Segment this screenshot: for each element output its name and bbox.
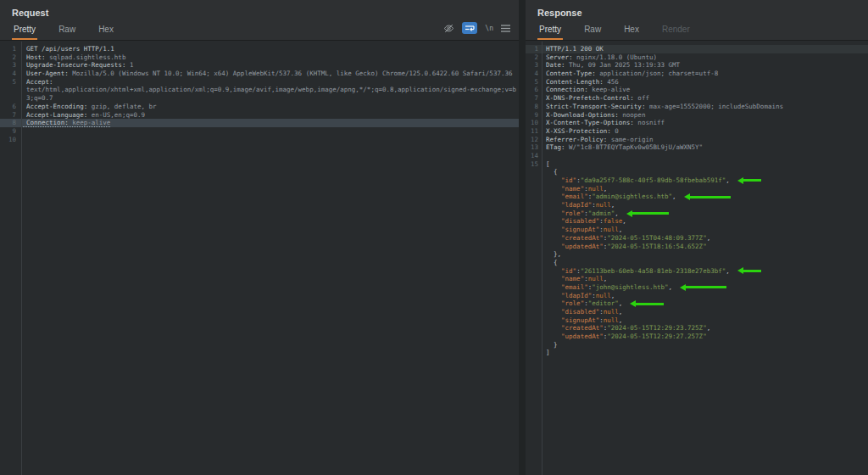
code-line[interactable]: 6Accept-Encoding: gzip, deflate, br [0, 103, 519, 111]
annotation-arrow-icon [680, 284, 726, 291]
code-text: "createdAt":"2024-05-15T12:29:23.725Z", [542, 324, 710, 332]
code-text: "disabled":false, [542, 217, 626, 226]
code-line[interactable]: "role":"editor", [526, 299, 868, 308]
code-line[interactable]: 8Strict-Transport-Security: max-age=1555… [526, 103, 868, 111]
code-line[interactable]: 14 [526, 152, 868, 160]
line-number: 3 [0, 61, 21, 70]
code-line[interactable]: 9 [0, 127, 519, 136]
code-line[interactable]: "updatedAt":"2024-05-15T12:29:27.257Z" [526, 332, 868, 341]
code-line[interactable]: "disabled":false, [526, 217, 868, 226]
code-text: Referrer-Policy: same-origin [542, 136, 653, 144]
code-text: X-Content-Type-Options: nosniff [542, 119, 665, 127]
code-line[interactable]: 3Upgrade-Insecure-Requests: 1 [0, 61, 519, 70]
code-line[interactable]: text/html,application/xhtml+xml,applicat… [0, 86, 519, 94]
code-line[interactable]: 3Date: Thu, 09 Jan 2025 13:19:33 GMT [526, 61, 868, 70]
line-number: 2 [526, 53, 542, 62]
code-line[interactable]: "signupAt":null, [526, 226, 868, 234]
code-line[interactable]: "ldapId":null, [526, 292, 868, 300]
code-line[interactable]: "email":"john@sightless.htb", [526, 283, 868, 292]
code-line[interactable]: 2Server: nginx/1.18.0 (Ubuntu) [526, 53, 868, 62]
code-line[interactable]: "id":"da9a25f7-588c-40f5-89db-58fbebab59… [526, 176, 868, 185]
word-wrap-icon[interactable] [462, 22, 477, 34]
response-header: Response PrettyRawHexRender [526, 0, 868, 41]
code-line[interactable]: { [526, 168, 868, 176]
code-line[interactable]: "name":null, [526, 185, 868, 193]
code-line[interactable]: 4User-Agent: Mozilla/5.0 (Windows NT 10.… [0, 70, 519, 78]
line-number: 11 [526, 127, 542, 136]
tab-pretty[interactable]: Pretty [537, 25, 563, 40]
code-line[interactable]: 6Connection: keep-alive [526, 86, 868, 94]
code-line[interactable]: { [526, 259, 868, 267]
code-text: "id":"26113beb-60eb-4a58-81eb-2318e27eb3… [542, 267, 730, 276]
line-number: 1 [0, 45, 21, 53]
code-line[interactable]: 15[ [526, 160, 868, 169]
code-line[interactable]: "ldapId":null, [526, 201, 868, 210]
code-line[interactable]: 5Accept: [0, 78, 519, 87]
code-text: text/html,application/xhtml+xml,applicat… [21, 86, 516, 94]
code-line[interactable]: "disabled":null, [526, 308, 868, 316]
code-line[interactable]: } [526, 341, 868, 349]
code-line[interactable]: 10 [0, 136, 519, 144]
code-text: }, [542, 250, 561, 259]
code-line[interactable]: 8Connection: keep-alive [0, 119, 519, 127]
code-line[interactable]: "createdAt":"2024-05-15T04:48:09.377Z", [526, 234, 868, 243]
code-text: HTTP/1.1 200 OK [542, 45, 604, 53]
code-line[interactable]: 13ETag: W/"1c8-BT7EQYTapKv0w05BL9jU/aWXN… [526, 143, 868, 152]
code-line[interactable]: 11X-XSS-Protection: 0 [526, 127, 868, 136]
code-line[interactable]: 9X-Download-Options: noopen [526, 111, 868, 120]
line-number: 7 [526, 94, 542, 103]
code-text: Server: nginx/1.18.0 (Ubuntu) [542, 53, 657, 62]
code-line[interactable]: "name":null, [526, 275, 868, 283]
code-text: Date: Thu, 09 Jan 2025 13:19:33 GMT [542, 61, 680, 70]
code-text: Content-Type: application/json; charset=… [542, 70, 718, 78]
code-text: "updatedAt":"2024-05-15T18:16:54.652Z" [542, 243, 707, 251]
request-editor[interactable]: 1GET /api/users HTTP/1.12Host: sqlpad.si… [0, 42, 519, 475]
response-editor[interactable]: 1HTTP/1.1 200 OK2Server: nginx/1.18.0 (U… [526, 42, 868, 475]
tab-raw[interactable]: Raw [57, 25, 77, 40]
code-text: X-XSS-Protection: 0 [542, 127, 619, 136]
code-text: ] [542, 349, 550, 357]
line-number: 10 [526, 119, 542, 127]
line-number: 5 [0, 78, 21, 87]
code-line[interactable]: 2Host: sqlpad.sightless.htb [0, 53, 519, 62]
line-number: 14 [526, 152, 542, 160]
request-tabs: PrettyRawHex [12, 25, 135, 40]
line-number: 12 [526, 136, 542, 144]
request-title: Request [12, 8, 48, 18]
code-line[interactable]: "updatedAt":"2024-05-15T18:16:54.652Z" [526, 243, 868, 251]
code-line[interactable]: "id":"26113beb-60eb-4a58-81eb-2318e27eb3… [526, 267, 868, 276]
code-text: "email":"admin@sightless.htb", [542, 193, 676, 201]
code-line[interactable]: "role":"admin", [526, 210, 868, 218]
tab-hex[interactable]: Hex [622, 25, 641, 40]
code-line[interactable]: 10X-Content-Type-Options: nosniff [526, 119, 868, 127]
code-text: Accept-Encoding: gzip, deflate, br [21, 103, 157, 111]
code-line[interactable]: 1HTTP/1.1 200 OK [526, 45, 868, 53]
code-line[interactable]: 7X-DNS-Prefetch-Control: off [526, 94, 868, 103]
code-line[interactable]: "signupAt":null, [526, 316, 868, 325]
code-line[interactable]: "email":"admin@sightless.htb", [526, 193, 868, 201]
line-number: 6 [526, 86, 542, 94]
code-line[interactable]: 12Referrer-Policy: same-origin [526, 136, 868, 144]
tab-raw[interactable]: Raw [582, 25, 603, 40]
http-message-viewer: Request PrettyRawHex [0, 0, 868, 475]
code-line[interactable]: 5Content-Length: 456 [526, 78, 868, 87]
code-line[interactable]: 3;q=0.7 [0, 94, 519, 103]
code-line[interactable]: "createdAt":"2024-05-15T12:29:23.725Z", [526, 324, 868, 332]
tab-pretty[interactable]: Pretty [12, 25, 37, 40]
eye-off-icon[interactable] [443, 23, 454, 34]
code-text: "signupAt":null, [542, 316, 622, 325]
code-text: } [542, 341, 558, 349]
code-text: GET /api/users HTTP/1.1 [21, 45, 114, 53]
newline-icon[interactable]: \n [485, 25, 493, 32]
menu-icon[interactable] [501, 25, 510, 32]
code-line[interactable]: ] [526, 349, 868, 357]
code-text: X-DNS-Prefetch-Control: off [542, 94, 649, 103]
code-text: "name":null, [542, 275, 607, 283]
code-line[interactable]: }, [526, 250, 868, 259]
code-line[interactable]: 4Content-Type: application/json; charset… [526, 70, 868, 78]
code-text: Connection: keep-alive [542, 86, 630, 94]
line-number: 2 [0, 53, 21, 62]
tab-hex[interactable]: Hex [97, 25, 115, 40]
code-line[interactable]: 1GET /api/users HTTP/1.1 [0, 45, 519, 53]
code-text: { [542, 168, 558, 176]
